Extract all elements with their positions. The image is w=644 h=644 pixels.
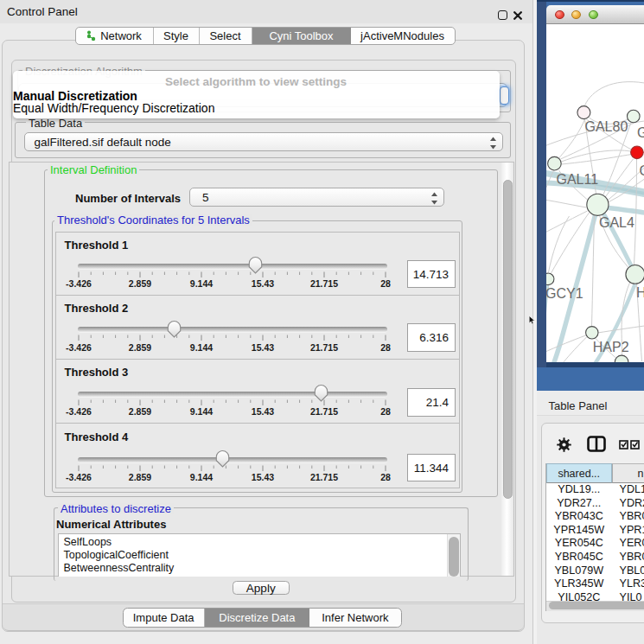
svg-text:GAL80: GAL80 bbox=[584, 119, 628, 134]
svg-text:G.: G. bbox=[637, 125, 644, 140]
svg-text:C: C bbox=[639, 163, 644, 178]
svg-text:GAL4: GAL4 bbox=[599, 215, 634, 230]
svg-text:GAL11: GAL11 bbox=[556, 172, 598, 187]
svg-text:GCY1: GCY1 bbox=[546, 286, 583, 301]
svg-text:HAP2: HAP2 bbox=[592, 340, 628, 354]
svg-text:H: H bbox=[636, 285, 644, 300]
